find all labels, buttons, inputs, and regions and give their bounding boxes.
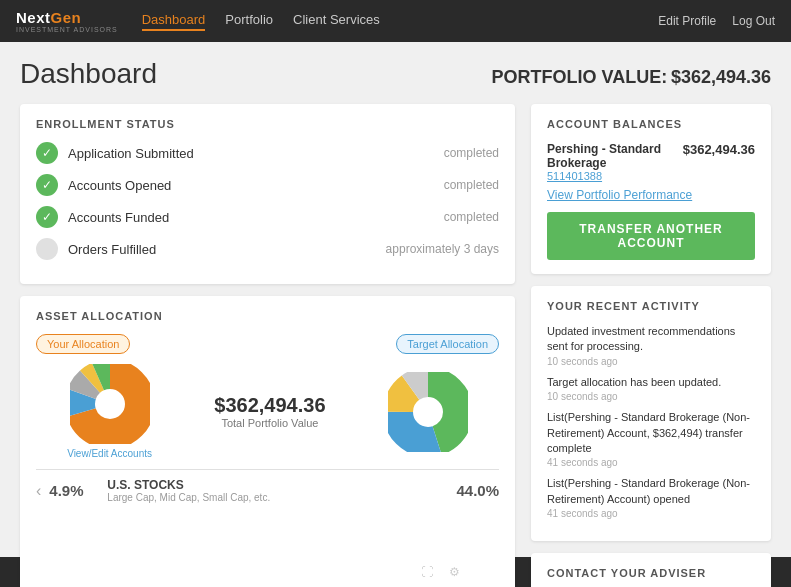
nav-portfolio[interactable]: Portfolio xyxy=(225,12,273,31)
asset-allocation-title: ASSET ALLOCATION xyxy=(36,310,499,322)
bar-info: U.S. STOCKS Large Cap, Mid Cap, Small Ca… xyxy=(107,478,448,503)
nav-client-services[interactable]: Client Services xyxy=(293,12,380,31)
left-column: ENROLLMENT STATUS ✓ Application Submitte… xyxy=(20,104,515,587)
activity-text-2: Target allocation has been updated. xyxy=(547,375,755,390)
media-next-button[interactable]: ⏭ xyxy=(391,564,405,580)
your-allocation-chart: View/Edit Accounts xyxy=(67,364,152,459)
contact-title: CONTACT YOUR ADVISER xyxy=(547,567,755,579)
asset-allocation-card: ASSET ALLOCATION Your Allocation Target … xyxy=(20,296,515,587)
enrollment-status-4: approximately 3 days xyxy=(386,242,499,256)
prev-arrow[interactable]: ‹ xyxy=(36,482,41,500)
logo: NextGen INVESTMENT ADVISORS xyxy=(16,9,118,33)
top-bar: Dashboard PORTFOLIO VALUE: $362,494.36 xyxy=(20,58,771,90)
columns: ENROLLMENT STATUS ✓ Application Submitte… xyxy=(20,104,771,587)
stocks-bar: ‹ 4.9% U.S. STOCKS Large Cap, Mid Cap, S… xyxy=(36,469,499,503)
stocks-sub: Large Cap, Mid Cap, Small Cap, etc. xyxy=(107,492,448,503)
total-amount: $362,494.36 xyxy=(214,394,325,417)
media-prev-button[interactable]: ⏮ xyxy=(331,564,345,580)
account-row: Pershing - Standard Brokerage 511401388 … xyxy=(547,142,755,182)
nav-dashboard[interactable]: Dashboard xyxy=(142,12,206,31)
right-column: ACCOUNT BALANCES Pershing - Standard Bro… xyxy=(531,104,771,587)
recent-activity-card: YOUR RECENT ACTIVITY Updated investment … xyxy=(531,286,771,541)
edit-profile-link[interactable]: Edit Profile xyxy=(658,14,716,28)
activity-text-4: List(Pershing - Standard Brokerage (Non-… xyxy=(547,476,755,507)
logo-subtitle: INVESTMENT ADVISORS xyxy=(16,26,118,33)
nav-links: Dashboard Portfolio Client Services xyxy=(142,12,659,31)
portfolio-value-amount: $362,494.36 xyxy=(671,67,771,87)
account-details: Pershing - Standard Brokerage 511401388 xyxy=(547,142,683,182)
your-pie-chart xyxy=(70,364,150,444)
account-amount: $362,494.36 xyxy=(683,142,755,157)
target-allocation-badge: Target Allocation xyxy=(396,334,499,354)
activity-item-4: List(Pershing - Standard Brokerage (Non-… xyxy=(547,476,755,519)
logo-text: NextGen xyxy=(16,9,118,26)
target-pie-chart xyxy=(388,372,468,452)
enrollment-label-2: Accounts Opened xyxy=(68,178,434,193)
bar-pct-left: 4.9% xyxy=(49,482,99,499)
logout-link[interactable]: Log Out xyxy=(732,14,775,28)
account-name: Pershing - Standard Brokerage xyxy=(547,142,683,170)
activity-time-4: 41 seconds ago xyxy=(547,508,755,519)
account-number-link[interactable]: 511401388 xyxy=(547,170,683,182)
main-content: Dashboard PORTFOLIO VALUE: $362,494.36 E… xyxy=(0,42,791,557)
activity-item-1: Updated investment recommendations sent … xyxy=(547,324,755,367)
portfolio-total-display: $362,494.36 Total Portfolio Value xyxy=(214,394,325,429)
activity-text-3: List(Pershing - Standard Brokerage (Non-… xyxy=(547,410,755,456)
check-icon-4 xyxy=(36,238,58,260)
enrollment-card: ENROLLMENT STATUS ✓ Application Submitte… xyxy=(20,104,515,284)
enrollment-item-1: ✓ Application Submitted completed xyxy=(36,142,499,164)
screen-icon[interactable]: ⛶ xyxy=(421,565,433,579)
enrollment-title: ENROLLMENT STATUS xyxy=(36,118,499,130)
transfer-account-button[interactable]: TranSFeR AnothER Account xyxy=(547,212,755,260)
enrollment-status-2: completed xyxy=(444,178,499,192)
enrollment-label-1: Application Submitted xyxy=(68,146,434,161)
activity-item-2: Target allocation has been updated. 10 s… xyxy=(547,375,755,402)
enrollment-item-4: Orders Fulfilled approximately 3 days xyxy=(36,238,499,260)
account-balances-card: ACCOUNT BALANCES Pershing - Standard Bro… xyxy=(531,104,771,274)
charts-row: View/Edit Accounts $362,494.36 Total Por… xyxy=(36,364,499,459)
total-label: Total Portfolio Value xyxy=(214,417,325,429)
activity-time-3: 41 seconds ago xyxy=(547,457,755,468)
activity-text-1: Updated investment recommendations sent … xyxy=(547,324,755,355)
portfolio-value-display: PORTFOLIO VALUE: $362,494.36 xyxy=(492,67,771,88)
contact-card: CONTACT YOUR ADVISER xyxy=(531,553,771,587)
settings-icon[interactable]: ⚙ xyxy=(449,565,460,579)
check-icon-1: ✓ xyxy=(36,142,58,164)
media-play-pause-button[interactable]: ⏸ xyxy=(361,564,375,580)
page-title: Dashboard xyxy=(20,58,157,90)
activity-item-3: List(Pershing - Standard Brokerage (Non-… xyxy=(547,410,755,468)
view-performance-link[interactable]: View Portfolio Performance xyxy=(547,188,755,202)
enrollment-item-2: ✓ Accounts Opened completed xyxy=(36,174,499,196)
bar-pct-right: 44.0% xyxy=(456,482,499,499)
legend-row: Your Allocation Target Allocation xyxy=(36,334,499,354)
your-allocation-badge: Your Allocation xyxy=(36,334,130,354)
enrollment-label-4: Orders Fulfilled xyxy=(68,242,376,257)
enrollment-label-3: Accounts Funded xyxy=(68,210,434,225)
enrollment-status-3: completed xyxy=(444,210,499,224)
check-icon-3: ✓ xyxy=(36,206,58,228)
portfolio-value-label: PORTFOLIO VALUE: xyxy=(492,67,668,87)
activity-time-1: 10 seconds ago xyxy=(547,356,755,367)
enrollment-status-1: completed xyxy=(444,146,499,160)
stocks-title: U.S. STOCKS xyxy=(107,478,448,492)
activity-time-2: 10 seconds ago xyxy=(547,391,755,402)
edit-accounts-link[interactable]: View/Edit Accounts xyxy=(67,448,152,459)
target-allocation-chart xyxy=(388,372,468,452)
account-balances-title: ACCOUNT BALANCES xyxy=(547,118,755,130)
nav-right: Edit Profile Log Out xyxy=(658,14,775,28)
recent-activity-title: YOUR RECENT ACTIVITY xyxy=(547,300,755,312)
navigation: NextGen INVESTMENT ADVISORS Dashboard Po… xyxy=(0,0,791,42)
enrollment-item-3: ✓ Accounts Funded completed xyxy=(36,206,499,228)
check-icon-2: ✓ xyxy=(36,174,58,196)
